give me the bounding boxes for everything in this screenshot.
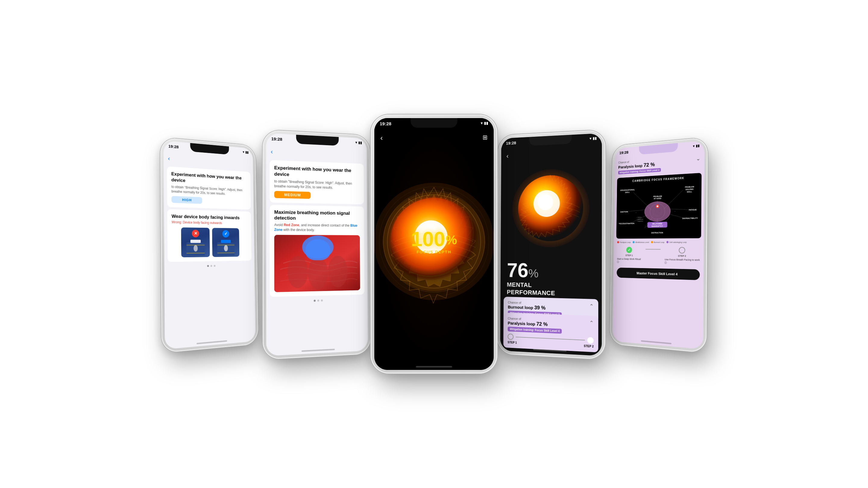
chevron-up-1[interactable]: ⌃ [589, 303, 593, 310]
phone-3: 19:28 ▾ ▮▮ [371, 115, 497, 373]
chevron-up-2[interactable]: ⌃ [589, 320, 593, 326]
back-button-2[interactable]: ‹ [271, 148, 273, 156]
home-indicator-3 [416, 366, 452, 367]
paralysis-left: Chance of Paralysis loop 72 % Mitigation… [618, 158, 661, 174]
chevron-down-5[interactable]: ⌄ [696, 155, 701, 162]
paralysis-title-5: Paralysis loop [618, 163, 643, 169]
legend-row: Paralysis Loop Mindfulness Level Burnout… [614, 240, 704, 244]
phone-4-status-icons: ▾ ▮▮ [590, 136, 597, 140]
legend-label-mindfulness: Mindfulness Level [635, 241, 649, 243]
red-zone-text: Red Zone [284, 223, 299, 227]
legend-label-selfsabotage: Self-sabotaging Loop [670, 241, 687, 243]
phone-5-status-icons: ▾ ▮▮ [693, 144, 700, 148]
legend-dot-burnout [651, 241, 653, 243]
svg-text:→: → [635, 211, 637, 213]
device-images: ✕ ✓ [172, 227, 248, 257]
step2-desc: Use Focus Breath Pacing to work ⓘ [664, 258, 700, 265]
golden-orb-container [501, 150, 602, 265]
phone-5: 19:28 ▾ ▮▮ Chance of Paralysis loop 72 % [610, 137, 708, 353]
legend-label-paralysis: Paralysis Loop [620, 241, 630, 243]
step2-label: STEP 2 [584, 344, 594, 348]
dot-2-1 [313, 300, 315, 302]
focus-percent-sign: % [446, 233, 457, 247]
phone-1-time: 19:28 [168, 144, 179, 149]
wrong-icon: ✕ [192, 230, 199, 237]
anatomy-image [274, 235, 360, 292]
performance-number-container: 76% [507, 260, 555, 281]
phone-3-time: 19:28 [380, 121, 391, 126]
step-divider [646, 249, 661, 250]
signal-badge-2: MEDIUM [274, 191, 311, 199]
svg-text:SKILL: SKILL [687, 191, 692, 193]
phone-1-screen: 19:28 ▾ ▮▮ ‹ Experiment with how you wea… [164, 141, 255, 350]
screen-2-content: ‹ Experiment with how you wear the devic… [266, 146, 368, 356]
screen-5-content: Chance of Paralysis loop 72 % Mitigation… [613, 153, 704, 349]
burnout-title: Burnout loop [508, 304, 533, 310]
back-button-1[interactable]: ‹ [168, 155, 170, 162]
wifi-icon-2: ▾ [355, 141, 357, 144]
battery-icon: ▮▮ [245, 150, 249, 154]
battery-icon-5: ▮▮ [696, 144, 700, 148]
framework-svg: → → ORGANIZATIONAL SKILL PROBLEM SOLVING… [619, 181, 699, 236]
back-button-3[interactable]: ‹ [380, 134, 383, 142]
check-icon: ✓ [222, 230, 229, 237]
svg-rect-1 [190, 239, 201, 243]
wifi-icon-5: ▾ [693, 144, 694, 148]
svg-text:EMOTION: EMOTION [620, 211, 628, 213]
settings-icon-3[interactable]: ⊞ [483, 134, 488, 142]
performance-pct: % [528, 267, 538, 280]
breathing-title: Maximize breathing motion signal detecti… [274, 209, 360, 222]
jeans-svg-correct [216, 237, 236, 255]
svg-text:PROBLEM: PROBLEM [653, 195, 662, 198]
wear-device-subtitle-2: to obtain "Breathing Signal Score: High"… [274, 179, 360, 191]
jeans-correct: ✓ [212, 228, 240, 257]
wear-device-subtitle-1: to obtain "Breathing Signal Score: High"… [172, 185, 247, 197]
page-dots-1 [164, 264, 254, 268]
paralysis-pct-5: 72 % [644, 161, 655, 168]
legend-dot-selfsabotage [666, 241, 669, 243]
screen-3-content: ‹ ⊞ 100% FOCUS DEPTH [374, 118, 494, 370]
battery-icon-4: ▮▮ [593, 136, 597, 140]
steps-row-5: ✓ STEP 1 Start a Deep Work Ritual ⓘ STEP… [617, 247, 700, 265]
wear-device-card-1: Experiment with how you wear the device … [167, 166, 251, 209]
battery-icon-2: ▮▮ [358, 141, 362, 144]
paralysis-pct-4: 72 % [536, 321, 548, 327]
screen-1-content: ‹ Experiment with how you wear the devic… [164, 153, 255, 349]
step-circle-1 [507, 333, 514, 340]
phone-4-screen: 19:28 ▾ ▮▮ ‹ [500, 133, 602, 356]
paralysis-card-4[interactable]: Chance of Paralysis loop 72 % Mitigation… [503, 313, 598, 352]
phone-2: 19:28 ▾ ▮▮ ‹ Experiment with how you wea… [262, 130, 371, 360]
burnout-title-pct: Burnout loop 39 % [508, 304, 562, 312]
screen-4-content: ‹ [500, 133, 602, 356]
svg-text:SOLVING: SOLVING [685, 188, 694, 191]
dot-1 [207, 265, 209, 267]
master-button[interactable]: Master Focus Skill Level 4 [617, 267, 700, 280]
back-button-4[interactable]: ‹ [506, 152, 508, 160]
legend-mindfulness: Mindfulness Level [632, 241, 649, 243]
legend-dot-mindfulness [632, 241, 635, 243]
svg-text:SKILL: SKILL [625, 191, 630, 193]
framework-box: CAMBRIDGE FOCUS FRAMEWORK [616, 173, 702, 238]
wear-device-title-1: Experiment with how you wear the device [171, 171, 247, 187]
step-line [516, 337, 585, 340]
performance-text: 76% MENTALPERFORMANCE [507, 260, 555, 297]
step1-desc: Start a Deep Work Ritual ⓘ [617, 258, 642, 264]
svg-text:→ Suppress: → Suppress [636, 221, 644, 222]
paralysis-header: Chance of Paralysis loop 72 % Mitigation… [507, 317, 593, 335]
wear-device-title-2: Experiment with how you wear the device [274, 165, 360, 180]
phone-2-status-icons: ▾ ▮▮ [355, 141, 362, 145]
svg-text:BANKRUPTCY: BANKRUPTCY [652, 225, 663, 227]
svg-text:DISTRACTION: DISTRACTION [651, 232, 663, 234]
signal-badge-1: HIGH [172, 196, 202, 204]
phone-4-time: 19:28 [506, 140, 516, 145]
phones-container: 19:28 ▾ ▮▮ ‹ Experiment with how you wea… [0, 0, 868, 488]
phone-1-status-icons: ▾ ▮▮ [243, 150, 249, 154]
jeans-wrong: ✕ [181, 227, 210, 257]
focus-percentage: 100% FOCUS DEPTH [411, 229, 457, 254]
phone-3-screen: 19:28 ▾ ▮▮ [374, 118, 494, 370]
step1-label: STEP 1 [507, 341, 517, 344]
svg-text:DISTRACTIBILITY: DISTRACTIBILITY [682, 217, 698, 220]
step-connector [646, 247, 661, 250]
paralysis-info: Chance of Paralysis loop 72 % Mitigation… [507, 317, 562, 333]
phone-4: 19:28 ▾ ▮▮ ‹ [497, 130, 606, 360]
